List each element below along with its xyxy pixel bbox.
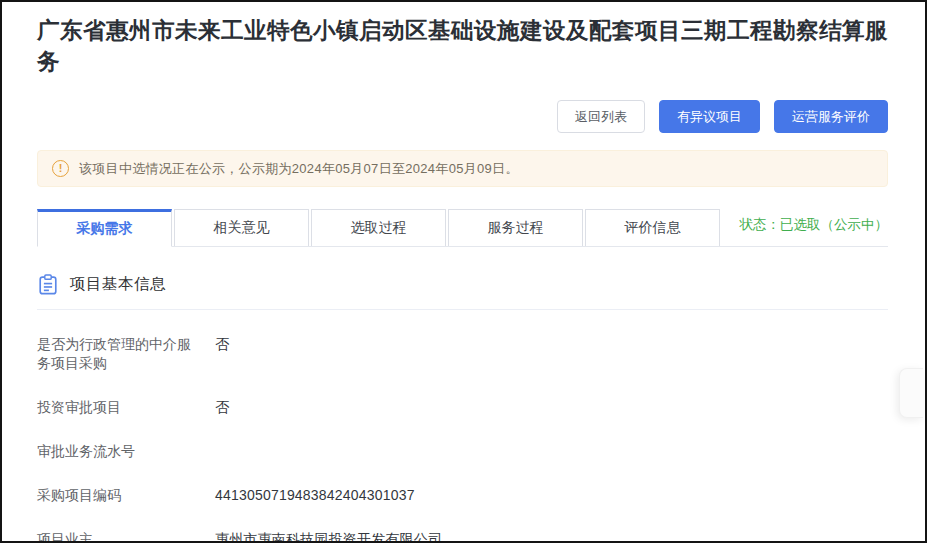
objection-project-button[interactable]: 有异议项目 — [659, 100, 760, 133]
tab-service-process[interactable]: 服务过程 — [448, 209, 583, 246]
tab-bar: 采购需求 相关意见 选取过程 服务过程 评价信息 状态：已选取（公示中） — [37, 209, 888, 247]
notice-text: 该项目中选情况正在公示，公示期为2024年05月07日至2024年05月09日。 — [79, 160, 519, 178]
field-row-intermediary-service: 是否为行政管理的中介服务项目采购 否 — [37, 335, 888, 373]
public-notice-banner: ! 该项目中选情况正在公示，公示期为2024年05月07日至2024年05月09… — [37, 150, 888, 187]
field-row-approval-serial-number: 审批业务流水号 — [37, 442, 888, 461]
tab-procurement-demand[interactable]: 采购需求 — [37, 209, 172, 247]
field-label: 项目业主 — [37, 530, 197, 543]
field-row-project-owner: 项目业主 惠州市惠南科技园投资开发有限公司 — [37, 530, 888, 543]
field-row-investment-approval: 投资审批项目 否 — [37, 398, 888, 417]
field-label: 采购项目编码 — [37, 486, 197, 505]
field-value: 否 — [215, 398, 229, 417]
tab-selection-process[interactable]: 选取过程 — [311, 209, 446, 246]
field-row-procurement-project-code: 采购项目编码 4413050719483842404301037 — [37, 486, 888, 505]
section-header-basic-info: 项目基本信息 — [37, 273, 888, 310]
field-label: 投资审批项目 — [37, 398, 197, 417]
field-value: 4413050719483842404301037 — [215, 486, 415, 505]
page-title: 广东省惠州市未来工业特色小镇启动区基础设施建设及配套项目三期工程勘察结算服务 — [37, 15, 890, 77]
side-float-widget[interactable] — [899, 368, 923, 418]
field-label: 审批业务流水号 — [37, 442, 197, 461]
field-label: 是否为行政管理的中介服务项目采购 — [37, 335, 197, 373]
service-evaluation-button[interactable]: 运营服务评价 — [774, 100, 888, 133]
tab-evaluation-info[interactable]: 评价信息 — [585, 209, 720, 246]
section-title: 项目基本信息 — [70, 274, 166, 295]
field-value: 惠州市惠南科技园投资开发有限公司 — [215, 530, 442, 543]
back-to-list-button[interactable]: 返回列表 — [557, 100, 645, 133]
tab-related-opinions[interactable]: 相关意见 — [174, 209, 309, 246]
clipboard-icon — [37, 273, 59, 296]
basic-info-fields: 是否为行政管理的中介服务项目采购 否 投资审批项目 否 审批业务流水号 采购项目… — [37, 310, 888, 543]
page-frame: 广东省惠州市未来工业特色小镇启动区基础设施建设及配套项目三期工程勘察结算服务 返… — [0, 0, 927, 543]
status-badge: 状态：已选取（公示中） — [740, 216, 889, 240]
warning-circle-icon: ! — [52, 160, 69, 177]
field-value: 否 — [215, 335, 229, 354]
actions-row: 返回列表 有异议项目 运营服务评价 — [37, 100, 888, 133]
